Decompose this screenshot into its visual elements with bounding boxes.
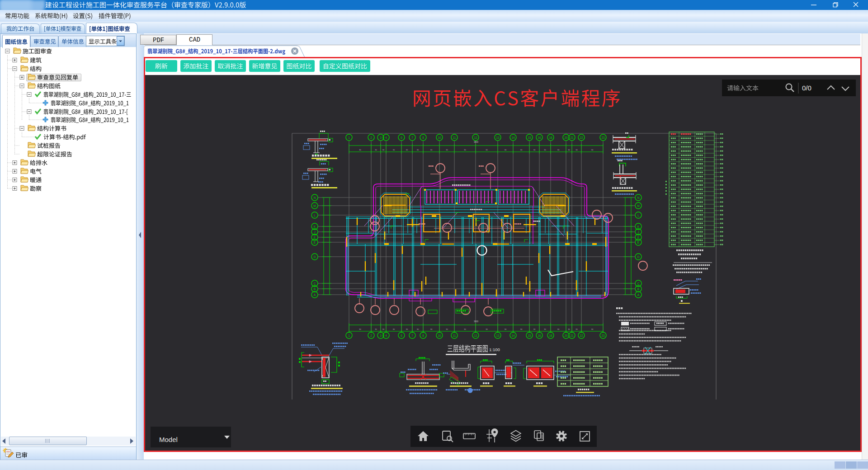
svg-text:F: F [314,236,316,239]
svg-text:J: J [637,230,639,234]
svg-text:12: 12 [474,334,477,337]
svg-text:6: 6 [401,334,402,337]
svg-text:C: C [314,282,316,285]
svg-text:30: 30 [486,149,488,151]
svg-text:30: 30 [393,328,395,330]
svg-text:D: D [314,255,316,258]
svg-text:3800: 3800 [474,141,479,143]
svg-text:30: 30 [557,149,560,151]
svg-text:30: 30 [417,149,419,151]
svg-text:30: 30 [568,149,570,151]
svg-text:N: N [637,196,640,199]
svg-text:30: 30 [430,149,433,151]
svg-text:30: 30 [544,328,546,330]
svg-text:M: M [637,204,639,207]
svg-text:30: 30 [486,328,488,330]
svg-text:16: 16 [538,136,541,139]
svg-text:30: 30 [359,149,361,151]
svg-text:30: 30 [430,328,433,330]
svg-text:7: 7 [411,334,413,337]
svg-text:J: J [314,230,315,234]
svg-text:2: 2 [370,136,372,139]
svg-text:15: 15 [528,136,531,139]
svg-text:E: E [314,241,316,244]
svg-text:1: 1 [348,136,350,139]
svg-text:18: 18 [549,334,552,337]
svg-text:30: 30 [375,149,377,151]
svg-text:Model: Model [159,436,178,443]
svg-text:22: 22 [580,136,583,139]
svg-text:30: 30 [417,328,419,330]
svg-text:30: 30 [446,328,448,330]
svg-text:14: 14 [511,136,515,139]
svg-text:30: 30 [359,328,361,330]
svg-text:11: 11 [453,136,456,139]
svg-text:10: 10 [438,136,441,139]
svg-text:K: K [314,225,316,228]
svg-text:30: 30 [464,149,466,151]
svg-text:M: M [313,204,316,207]
svg-text:2: 2 [370,334,372,337]
svg-text:D: D [637,255,640,258]
svg-text:30: 30 [393,149,395,151]
svg-text:23: 23 [601,136,605,139]
svg-text:30: 30 [382,149,385,151]
svg-text:30: 30 [505,328,507,330]
svg-text:18: 18 [549,136,552,139]
svg-text:6: 6 [401,136,402,139]
svg-text:12: 12 [474,136,477,139]
svg-text:F: F [637,236,639,239]
svg-text:4: 4 [385,136,387,139]
svg-text:L: L [314,214,316,217]
svg-text:30: 30 [406,149,408,151]
svg-text:20: 20 [564,136,568,139]
svg-text:30: 30 [568,328,570,330]
svg-text:8: 8 [422,334,424,337]
svg-text:30: 30 [576,328,578,330]
svg-text:0/0: 0/0 [802,84,811,92]
svg-text:30: 30 [533,149,536,151]
svg-text:13: 13 [496,136,500,139]
svg-text:16: 16 [538,334,541,337]
svg-text:3800: 3800 [474,320,479,323]
svg-text:B: B [314,287,316,291]
svg-text:20: 20 [564,334,568,337]
svg-text:30: 30 [520,328,523,330]
svg-text:4: 4 [385,334,387,337]
svg-text:K: K [637,225,640,228]
svg-text:30: 30 [464,328,466,330]
svg-text:1:100: 1:100 [489,347,500,352]
svg-text:30: 30 [544,149,546,151]
svg-text:22: 22 [580,334,583,337]
svg-text:N: N [314,196,316,199]
svg-text:30: 30 [505,149,507,151]
svg-text:30: 30 [591,149,594,151]
svg-text:L: L [637,214,639,217]
svg-text:3: 3 [380,136,382,139]
svg-text:21: 21 [570,136,574,139]
svg-text:30: 30 [591,328,594,330]
svg-text:3: 3 [380,334,382,337]
svg-text:30: 30 [446,149,448,151]
svg-text:15: 15 [528,334,531,337]
svg-text:30: 30 [375,328,377,330]
svg-text:30: 30 [557,328,560,330]
svg-text:14: 14 [511,334,515,337]
svg-text:13: 13 [496,334,500,337]
svg-text:E: E [637,241,640,244]
svg-text:10: 10 [438,334,441,337]
svg-text:30: 30 [406,328,408,330]
svg-text:1: 1 [348,334,350,337]
svg-text:11: 11 [453,334,456,337]
svg-text:7: 7 [411,136,413,139]
svg-text:A: A [637,293,640,296]
svg-text:C: C [637,282,640,285]
svg-text:23: 23 [601,334,605,337]
svg-text:21: 21 [570,334,574,337]
svg-text:30: 30 [576,149,578,151]
svg-text:30: 30 [520,149,523,151]
svg-text:30: 30 [533,328,536,330]
svg-text:8: 8 [422,136,424,139]
svg-text:A: A [314,293,316,296]
svg-text:B: B [637,287,639,291]
